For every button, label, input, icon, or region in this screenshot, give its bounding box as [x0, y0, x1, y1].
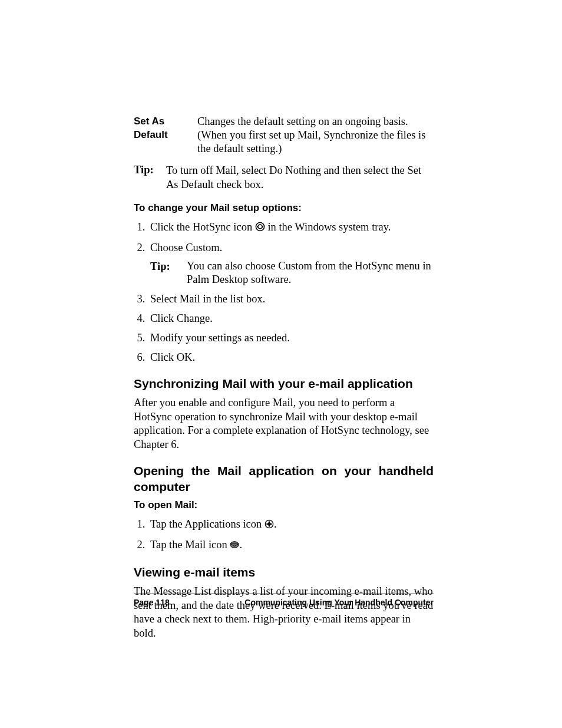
- open-step-2: Tap the Mail icon .: [148, 538, 434, 553]
- step-2-tip-label: Tip:: [150, 259, 187, 286]
- step-1-text-b: in the Windows system tray.: [265, 221, 391, 233]
- heading-synchronizing: Synchronizing Mail with your e-mail appl…: [134, 376, 434, 391]
- footer-title: Communicating Using Your Handheld Comput…: [244, 598, 434, 607]
- document-page: Set As Default Changes the default setti…: [0, 0, 562, 728]
- mail-icon: [230, 539, 239, 553]
- tip-row: Tip: To turn off Mail, select Do Nothing…: [134, 164, 434, 191]
- applications-icon: [265, 518, 274, 532]
- step-3: Select Mail in the list box.: [148, 292, 434, 306]
- step-2-tip: Tip: You can also choose Custom from the…: [150, 259, 434, 286]
- open-steps-list: Tap the Applications icon . Tap the Mail…: [134, 517, 434, 553]
- page-footer: Page 118 Communicating Using Your Handhe…: [134, 594, 434, 607]
- tip-body: To turn off Mail, select Do Nothing and …: [166, 164, 434, 191]
- open-step-2-a: Tap the Mail icon: [150, 539, 230, 551]
- step-5: Modify your settings as needed.: [148, 331, 434, 345]
- step-1: Click the HotSync icon in the Windows sy…: [148, 220, 434, 235]
- definition-description: Changes the default setting on an ongoin…: [197, 115, 434, 156]
- definition-term: Set As Default: [134, 115, 197, 156]
- step-2-text: Choose Custom.: [150, 242, 222, 253]
- step-2: Choose Custom. Tip: You can also choose …: [148, 241, 434, 286]
- heading-viewing: Viewing e-mail items: [134, 565, 434, 580]
- heading-opening: Opening the Mail application on your han…: [134, 463, 434, 495]
- footer-line: Page 118 Communicating Using Your Handhe…: [134, 598, 434, 607]
- tip-label: Tip:: [134, 164, 166, 191]
- open-step-1-b: .: [274, 518, 277, 530]
- open-mail-heading: To open Mail:: [134, 499, 434, 511]
- open-step-1: Tap the Applications icon .: [148, 517, 434, 532]
- footer-rule: [134, 594, 434, 594]
- step-4: Click Change.: [148, 311, 434, 325]
- step-1-text-a: Click the HotSync icon: [150, 221, 255, 233]
- open-step-1-a: Tap the Applications icon: [150, 518, 265, 530]
- step-6: Click OK.: [148, 350, 434, 364]
- svg-marker-2: [257, 225, 258, 228]
- open-step-2-b: .: [239, 539, 242, 551]
- svg-marker-1: [262, 225, 263, 228]
- step-2-tip-body: You can also choose Custom from the HotS…: [187, 259, 434, 286]
- change-options-heading: To change your Mail setup options:: [134, 202, 434, 214]
- definition-term-line2: Default: [134, 129, 168, 140]
- paragraph-synchronizing: After you enable and configure Mail, you…: [134, 396, 434, 452]
- definition-row: Set As Default Changes the default setti…: [134, 115, 434, 156]
- definition-term-line1: Set As: [134, 116, 164, 127]
- change-steps-list: Click the HotSync icon in the Windows sy…: [134, 220, 434, 365]
- page-number: Page 118: [134, 598, 170, 607]
- hotsync-icon: [255, 221, 265, 235]
